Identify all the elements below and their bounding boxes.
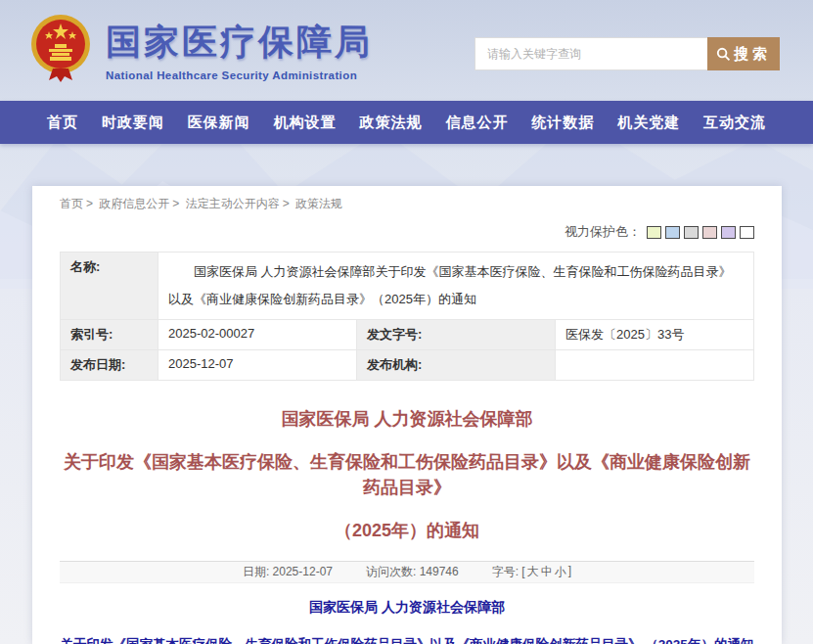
search-button[interactable]: 搜索 [707,37,780,70]
article-body-line2: 关于印发《国家基本医疗保险、生育保险和工伤保险药品目录》以及《商业健康保险创新药… [60,636,754,644]
eye-protection-row: 视力保护色： [60,224,754,240]
content-card: 首页> 政府信息公开> 法定主动公开内容> 政策法规 视力保护色： 名称: 国家… [32,186,782,644]
breadcrumb: 首页> 政府信息公开> 法定主动公开内容> 政策法规 [60,194,754,212]
nav-item-statistics[interactable]: 统计数据 [531,114,594,132]
doc-puborg-value [556,350,754,381]
doc-index-label: 索引号: [61,320,158,350]
breadcrumb-legal-disclosure[interactable]: 法定主动公开内容 [186,197,280,210]
font-size-prefix: 字号: [ [492,564,525,580]
nav-item-interaction[interactable]: 互动交流 [703,114,766,132]
nav-item-info-disclosure[interactable]: 信息公开 [445,114,508,132]
table-row: 索引号: 2025-02-00027 发文字号: 医保发〔2025〕33号 [61,320,754,350]
font-size-suffix: ] [568,564,571,580]
nav-item-current-politics[interactable]: 时政要闻 [102,114,164,132]
doc-number-value: 医保发〔2025〕33号 [556,320,754,350]
breadcrumb-home[interactable]: 首页 [60,197,83,210]
search-bar: 搜索 [474,37,780,70]
national-emblem-icon [29,14,92,86]
article-title: 国家医保局 人力资源社会保障部 关于印发《国家基本医疗保险、生育保险和工伤保险药… [60,406,754,543]
nav-item-organization[interactable]: 机构设置 [274,114,337,132]
nav-item-medical-news[interactable]: 医保新闻 [188,114,250,132]
eye-protection-label: 视力保护色： [565,223,641,241]
article-body: 国家医保局 人力资源社会保障部 关于印发《国家基本医疗保险、生育保险和工伤保险药… [60,599,754,644]
doc-pubdate-label: 发布日期: [61,350,158,381]
main-nav: 首页 时政要闻 医保新闻 机构设置 政策法规 信息公开 统计数据 机关党建 互动… [0,101,813,144]
doc-pubdate-value: 2025-12-07 [158,350,357,381]
color-swatch-white[interactable] [740,226,754,239]
doc-puborg-label: 发布机构: [357,350,556,381]
site-header: 国家医疗保障局 National Healthcare Security Adm… [0,0,813,101]
eye-protection-swatches [647,226,754,239]
doc-index-value: 2025-02-00027 [158,320,357,350]
search-input[interactable] [474,37,707,70]
nav-item-policy[interactable]: 政策法规 [360,114,423,132]
color-swatch-green[interactable] [647,226,661,239]
breadcrumb-separator: > [283,197,290,210]
table-row: 发布日期: 2025-12-07 发布机构: [61,350,754,381]
breadcrumb-info-disclosure[interactable]: 政府信息公开 [99,197,169,210]
search-icon [716,47,731,62]
article-visits: 访问次数: 149746 [366,564,459,580]
color-swatch-purple[interactable] [721,226,736,239]
document-meta-table: 名称: 国家医保局 人力资源社会保障部关于印发《国家基本医疗保险、生育保险和工伤… [60,252,754,381]
breadcrumb-policy[interactable]: 政策法规 [295,197,342,210]
article-title-line2: 关于印发《国家基本医疗保险、生育保险和工伤保险药品目录》以及《商业健康保险创新药… [60,449,754,500]
breadcrumb-separator: > [172,197,179,210]
font-size-large[interactable]: 大 [527,564,539,580]
article-meta-bar: 日期: 2025-12-07 访问次数: 149746 字号: [ 大 中 小 … [60,561,754,583]
site-title: 国家医疗保障局 [106,19,373,67]
doc-name-value: 国家医保局 人力资源社会保障部关于印发《国家基本医疗保险、生育保险和工伤保险药品… [158,253,754,320]
color-swatch-pink[interactable] [702,226,717,239]
table-row: 名称: 国家医保局 人力资源社会保障部关于印发《国家基本医疗保险、生育保险和工伤… [61,253,754,320]
doc-name-label: 名称: [61,253,158,320]
font-size-small[interactable]: 小 [555,564,566,580]
site-subtitle: National Healthcare Security Administrat… [106,69,373,81]
breadcrumb-separator: > [86,197,93,210]
font-size-medium[interactable]: 中 [541,564,553,580]
article-title-line1: 国家医保局 人力资源社会保障部 [60,406,754,432]
color-swatch-blue[interactable] [665,226,680,239]
article-date: 日期: 2025-12-07 [243,564,333,580]
nav-item-home[interactable]: 首页 [47,114,78,132]
article-body-line1: 国家医保局 人力资源社会保障部 [60,599,754,617]
search-button-label: 搜索 [734,45,771,64]
color-swatch-gray[interactable] [684,226,699,239]
nav-item-party-building[interactable]: 机关党建 [617,114,680,132]
font-size-control: 字号: [ 大 中 小 ] [492,564,571,580]
article-title-line3: （2025年）的通知 [60,518,754,543]
site-title-block: 国家医疗保障局 National Healthcare Security Adm… [106,19,373,81]
doc-number-label: 发文字号: [357,320,556,350]
site-logo-link[interactable]: 国家医疗保障局 National Healthcare Security Adm… [29,14,373,86]
